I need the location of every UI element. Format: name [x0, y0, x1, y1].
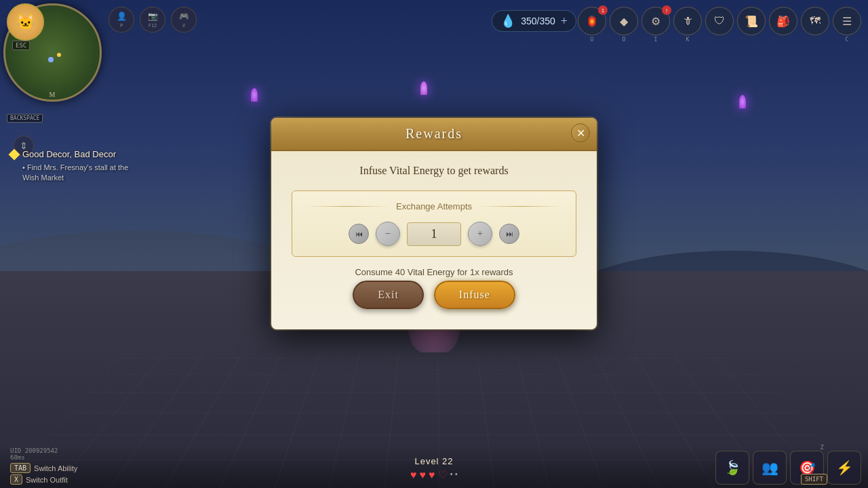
switch-outfit-label: Switch Outfit	[26, 476, 68, 484]
dialog-subtitle: Infuse Vital Energy to get rewards	[292, 165, 576, 177]
exchange-min-button[interactable]: ⏮	[349, 224, 369, 244]
switch-outfit-action: X Switch Outfit	[10, 474, 77, 485]
dialog-close-button[interactable]: ✕	[571, 123, 590, 142]
x-key: X	[10, 474, 22, 485]
ping-text: 68ms	[10, 454, 58, 461]
dialog-title: Rewards	[406, 126, 462, 141]
exchange-label: Exchange Attempts	[396, 201, 472, 211]
heart-3: ♥	[429, 469, 435, 481]
bottom-icon-2[interactable]: 👥	[753, 451, 787, 485]
bottom-center-hud: Level 22 ♥ ♥ ♥ ♡ • •	[410, 456, 458, 481]
bottom-right-icons: 🍃 👥 🎯 ⚡	[715, 451, 861, 485]
exchange-value-display: 1	[407, 222, 461, 246]
exchange-line-right	[479, 206, 562, 207]
exchange-attempts-box: Exchange Attempts ⏮ − 1 + ⏭	[292, 190, 576, 257]
exchange-label-row: Exchange Attempts	[306, 201, 562, 211]
character-avatar[interactable]: 🐱	[7, 3, 44, 41]
dialog-buttons: Exit Infuse	[292, 277, 576, 316]
heart-2: ♥	[420, 469, 427, 481]
switch-ability-label: Switch Ability	[34, 464, 77, 472]
infuse-button[interactable]: Infuse	[434, 281, 515, 309]
uid-text: UID 200929542	[10, 447, 58, 454]
hp-hearts-row: ♥ ♥ ♥ ♡ • •	[410, 468, 458, 481]
exchange-line-left	[306, 206, 389, 207]
consume-text: Consume 40 Vital Energy for 1x rewards	[292, 267, 576, 277]
rewards-dialog: Rewards ✕ Infuse Vital Energy to get rew…	[271, 118, 597, 329]
z-key-label: Z	[821, 444, 824, 451]
bottom-left-info: TAB Switch Ability X Switch Outfit	[10, 463, 77, 485]
heart-1: ♥	[410, 469, 417, 481]
heart-4-empty: ♡	[438, 468, 448, 481]
bottom-icon-4[interactable]: ⚡	[827, 451, 861, 485]
bottom-icon-1[interactable]: 🍃	[715, 451, 749, 485]
level-text: Level 22	[414, 456, 453, 466]
dialog-body: Infuse Vital Energy to get rewards Excha…	[271, 151, 597, 329]
exchange-plus-button[interactable]: +	[468, 222, 492, 246]
switch-ability-action: TAB Switch Ability	[10, 463, 77, 473]
exit-button[interactable]: Exit	[353, 281, 424, 309]
exchange-controls: ⏮ − 1 + ⏭	[306, 222, 562, 246]
exchange-max-button[interactable]: ⏭	[499, 224, 519, 244]
uid-display: UID 200929542 68ms	[10, 447, 58, 461]
exchange-minus-button[interactable]: −	[376, 222, 400, 246]
shift-key-label: SHIFT	[801, 474, 827, 485]
dialog-header: Rewards ✕	[271, 118, 597, 151]
dialog-overlay: Rewards ✕ Infuse Vital Energy to get rew…	[0, 0, 868, 488]
hp-dots: • •	[450, 470, 458, 480]
tab-key: TAB	[10, 463, 31, 473]
